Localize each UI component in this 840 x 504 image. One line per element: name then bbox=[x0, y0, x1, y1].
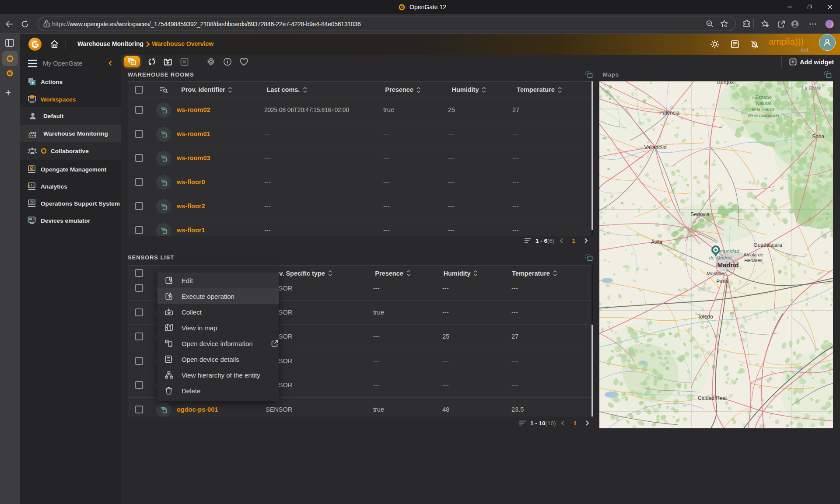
svg-text:Comunidad: Comunidad bbox=[714, 248, 739, 254]
svg-text:La Rioja: La Rioja bbox=[802, 85, 821, 91]
svg-text:Palencia: Palencia bbox=[659, 110, 679, 116]
svg-text:Henares: Henares bbox=[744, 258, 763, 263]
svg-text:Burgos: Burgos bbox=[717, 81, 734, 85]
svg-text:Alcalá de: Alcalá de bbox=[743, 252, 763, 257]
svg-text:Móstoles: Móstoles bbox=[707, 271, 727, 276]
svg-text:Toledo: Toledo bbox=[697, 314, 713, 320]
svg-text:Madrid: Madrid bbox=[717, 261, 738, 269]
svg-text:Valladolid: Valladolid bbox=[644, 144, 666, 150]
svg-text:Guadalajara: Guadalajara bbox=[753, 242, 782, 248]
svg-text:Segovia: Segovia bbox=[690, 211, 710, 217]
svg-text:Soria: Soria bbox=[812, 133, 824, 140]
svg-text:Espacio: Espacio bbox=[755, 94, 772, 100]
svg-text:Natural: Natural bbox=[756, 101, 771, 106]
svg-text:Parla: Parla bbox=[717, 279, 728, 284]
svg-text:de Madrid: de Madrid bbox=[709, 255, 732, 260]
svg-text:Ciudad Real: Ciudad Real bbox=[698, 395, 727, 401]
svg-text:de la Sierra: de la Sierra bbox=[750, 107, 774, 112]
svg-text:de la Demanda: de la Demanda bbox=[748, 113, 779, 118]
svg-text:Ávila: Ávila bbox=[651, 239, 662, 245]
